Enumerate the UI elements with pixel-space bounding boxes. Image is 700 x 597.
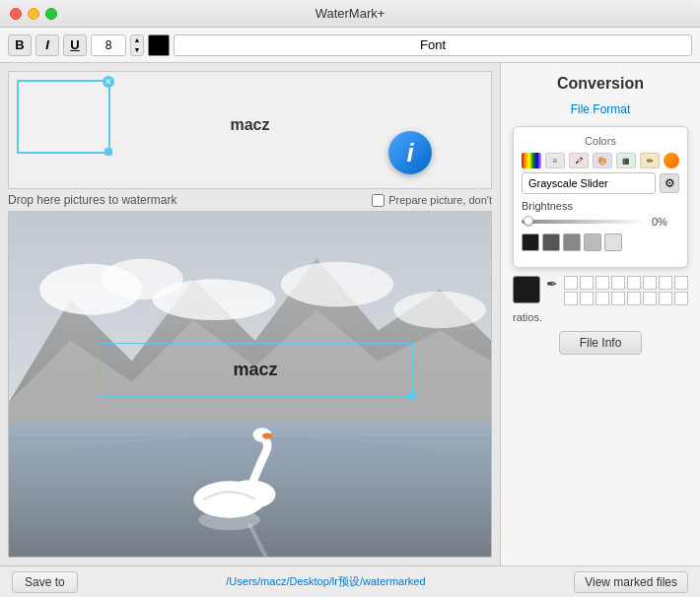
grid-swatch-5[interactable] [627,276,641,290]
svg-point-15 [262,432,272,438]
image-area[interactable]: macz [8,211,492,558]
maximize-button[interactable] [45,8,57,20]
grid-swatch-10[interactable] [580,292,594,305]
svg-point-5 [153,279,276,320]
pencils-picker-btn[interactable]: ✏ [640,153,660,168]
grid-swatch-2[interactable] [580,276,594,290]
grid-swatch-3[interactable] [595,276,609,290]
prepare-checkbox[interactable]: Prepare picture, don't [372,194,492,207]
save-to-button[interactable]: Save to [12,571,78,593]
right-panel: Conversion File Format Colors ≡ 🖍 🎨 ▦ ✏ … [500,63,700,565]
pen-icon: ✒ [546,276,558,292]
color-swatch[interactable] [148,34,170,56]
grid-swatch-6[interactable] [643,276,657,290]
traffic-lights [10,8,57,20]
watermark-resize-handle[interactable] [408,392,416,400]
prepare-checkbox-input[interactable] [372,194,385,207]
grid-swatch-15[interactable] [659,292,672,305]
font-size-stepper[interactable]: ▲ ▼ [130,34,144,56]
grid-swatch-8[interactable] [674,276,688,290]
grid-swatch-12[interactable] [611,292,625,305]
brightness-slider[interactable] [522,220,646,224]
grid-swatch-1[interactable] [564,276,578,290]
orange-dot [664,153,679,168]
file-format-link[interactable]: File Format [513,102,688,116]
template-box[interactable]: ✕ [17,80,110,154]
grayscale-gear-icon[interactable]: ⚙ [660,173,679,193]
pen-area: ✒ [513,276,688,305]
toolbar: B I U 8 ▲ ▼ Font [0,28,700,63]
grayscale-dropdown[interactable]: Grayscale Slider [522,172,656,194]
underline-button[interactable]: U [63,34,87,56]
brightness-thumb[interactable] [524,216,533,226]
color-swatch-lighter[interactable] [604,233,622,251]
template-resize-handle[interactable] [105,148,112,156]
color-picker-row: ≡ 🖍 🎨 ▦ ✏ [522,153,679,168]
grid-swatches [564,276,688,305]
svg-point-9 [65,438,435,469]
grid-swatch-7[interactable] [659,276,672,290]
prepare-label: Prepare picture, don't [388,194,492,206]
pen-color-swatch[interactable] [513,276,540,303]
conversion-title: Conversion [513,75,688,93]
info-icon-area: i [388,131,432,174]
minimize-button[interactable] [28,8,39,20]
watermark-image-text: macz [233,360,277,380]
colors-panel: Colors ≡ 🖍 🎨 ▦ ✏ Grayscale Slider ⚙ Brig… [513,126,688,268]
color-swatch-mid[interactable] [563,233,581,251]
view-marked-button[interactable]: View marked files [574,571,688,593]
grid-swatch-14[interactable] [643,292,657,305]
brightness-value: 0% [652,216,679,228]
colors-title: Colors [522,135,679,147]
grayscale-row: Grayscale Slider ⚙ [522,172,679,194]
crayons-picker-btn[interactable]: 🖍 [569,153,589,168]
bottom-bar: Save to /Users/macz/Desktop/lr预设/waterma… [0,565,700,597]
color-swatch-black[interactable] [522,233,539,251]
color-swatch-dark[interactable] [542,233,560,251]
italic-button[interactable]: I [35,34,59,56]
grid-swatch-4[interactable] [611,276,625,290]
title-bar: WaterMark+ [0,0,700,28]
rainbow-picker-btn[interactable] [522,153,541,168]
file-info-button[interactable]: File Info [559,331,643,355]
left-panel: ✕ macz i Drop here pictures to watermark… [0,63,500,565]
font-dropdown[interactable]: Font [174,34,692,56]
grid-swatch-13[interactable] [627,292,641,305]
svg-point-7 [393,292,486,328]
template-watermark-text: macz [230,116,269,134]
watermark-overlay[interactable]: macz [98,343,413,397]
color-swatches-row [522,233,679,251]
file-path[interactable]: /Users/macz/Desktop/lr预设/watermarked [86,574,566,589]
brightness-row: 0% [522,216,679,228]
font-size-input[interactable]: 8 [91,34,126,56]
sliders-picker-btn[interactable]: ≡ [545,153,565,168]
stepper-up[interactable]: ▲ [131,35,143,45]
grid-swatch-9[interactable] [564,292,578,305]
template-area: ✕ macz i [8,71,492,189]
brightness-label: Brightness [522,200,679,212]
drop-zone-header: Drop here pictures to watermark Prepare … [8,193,492,207]
drop-label: Drop here pictures to watermark [8,193,176,207]
color-swatch-light[interactable] [584,233,601,251]
grid-swatch-11[interactable] [595,292,609,305]
ratios-text: ratios. [513,311,688,323]
window-title: WaterMark+ [315,6,385,21]
template-close-icon[interactable]: ✕ [103,76,114,88]
stepper-down[interactable]: ▼ [131,45,143,55]
palette-picker-btn[interactable]: ▦ [616,153,636,168]
bold-button[interactable]: B [8,34,32,56]
info-icon[interactable]: i [388,131,432,174]
grid-swatch-16[interactable] [674,292,688,305]
main-content: ✕ macz i Drop here pictures to watermark… [0,63,700,565]
svg-point-6 [281,262,393,307]
close-button[interactable] [10,8,22,20]
image-picker-btn[interactable]: 🎨 [593,153,612,168]
